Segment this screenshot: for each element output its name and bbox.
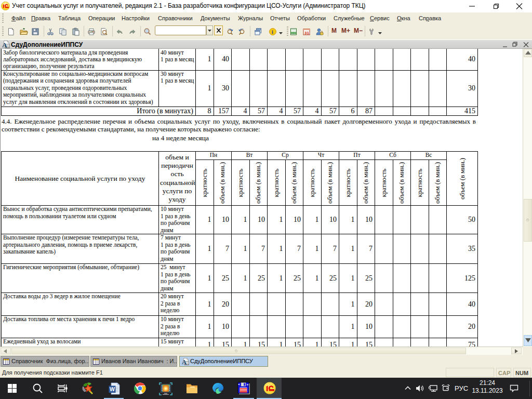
svg-text:W: W <box>110 386 115 392</box>
svg-text:31: 31 <box>304 31 309 35</box>
svg-text:i: i <box>272 29 273 35</box>
svg-text:А: А <box>182 358 187 365</box>
svg-text:А: А <box>2 41 7 49</box>
